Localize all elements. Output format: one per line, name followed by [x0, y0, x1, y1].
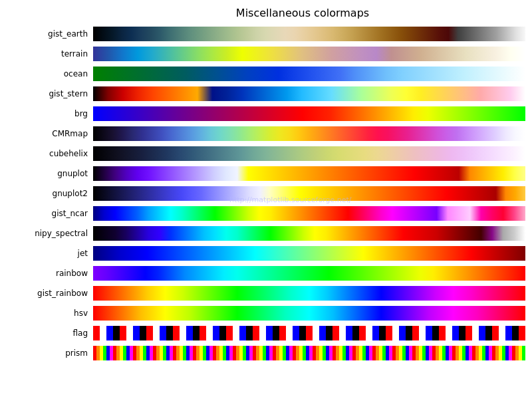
colormap-label-CMRmap: CMRmap: [0, 129, 93, 138]
chart-title: Miscellaneous colormaps: [0, 7, 525, 19]
colormap-row-nipy_spectral: nipy_spectral: [0, 224, 525, 243]
colormap-label-gist_earth: gist_earth: [0, 29, 93, 39]
colormap-bar-gnuplot2: [93, 186, 525, 201]
colormap-bar-terrain: [93, 47, 525, 61]
colormap-row-cubehelix: cubehelix: [0, 144, 525, 163]
colormap-label-brg: brg: [0, 109, 93, 118]
colormap-bar-brg: [93, 106, 525, 121]
colormap-row-hsv: hsv: [0, 304, 525, 323]
colormap-bar-gnuplot: [93, 166, 525, 181]
colormap-row-gist_earth: gist_earth: [0, 25, 525, 43]
colormap-row-CMRmap: CMRmap: [0, 124, 525, 143]
colormap-list: gist_earthterrainoceangist_sternbrgCMRma…: [0, 25, 525, 362]
colormap-row-rainbow: rainbow: [0, 264, 525, 283]
colormap-label-cubehelix: cubehelix: [0, 149, 93, 158]
colormap-bar-gist_earth: [93, 27, 525, 41]
colormap-label-ocean: ocean: [0, 69, 93, 78]
colormap-label-nipy_spectral: nipy_spectral: [0, 229, 93, 238]
colormap-label-prism: prism: [0, 348, 93, 358]
colormap-label-hsv: hsv: [0, 309, 93, 318]
colormap-bar-nipy_spectral: [93, 226, 525, 241]
colormap-row-gist_rainbow: gist_rainbow: [0, 284, 525, 303]
colormap-bar-flag: [93, 326, 525, 340]
colormap-row-gist_stern: gist_stern: [0, 84, 525, 103]
colormap-label-jet: jet: [0, 249, 93, 258]
colormap-bar-gist_stern: [93, 86, 525, 101]
colormap-label-gist_ncar: gist_ncar: [0, 209, 93, 218]
colormap-label-gist_stern: gist_stern: [0, 89, 93, 98]
colormap-label-gist_rainbow: gist_rainbow: [0, 289, 93, 298]
colormap-label-rainbow: rainbow: [0, 269, 93, 278]
colormap-row-brg: brg: [0, 104, 525, 123]
chart-container: Miscellaneous colormaps gist_earthterrai…: [0, 0, 532, 399]
colormap-bar-hsv: [93, 306, 525, 321]
colormap-label-flag: flag: [0, 329, 93, 338]
colormap-row-gist_ncar: gist_ncar: [0, 204, 525, 223]
colormap-row-prism: prism: [0, 344, 525, 362]
colormap-bar-gist_rainbow: [93, 286, 525, 301]
colormap-row-gnuplot2: gnuplot2: [0, 184, 525, 203]
colormap-bar-prism: [93, 346, 525, 360]
colormap-bar-jet: [93, 246, 525, 261]
colormap-bar-rainbow: [93, 266, 525, 281]
colormap-row-terrain: terrain: [0, 45, 525, 63]
colormap-label-gnuplot: gnuplot: [0, 169, 93, 178]
colormap-bar-cubehelix: [93, 146, 525, 161]
colormap-bar-gist_ncar: [93, 206, 525, 221]
colormap-bar-ocean: [93, 66, 525, 81]
colormap-row-flag: flag: [0, 324, 525, 342]
colormap-row-ocean: ocean: [0, 65, 525, 83]
colormap-label-gnuplot2: gnuplot2: [0, 189, 93, 198]
colormap-row-gnuplot: gnuplot: [0, 164, 525, 183]
colormap-row-jet: jet: [0, 244, 525, 263]
colormap-bar-CMRmap: [93, 126, 525, 141]
colormap-label-terrain: terrain: [0, 49, 93, 59]
